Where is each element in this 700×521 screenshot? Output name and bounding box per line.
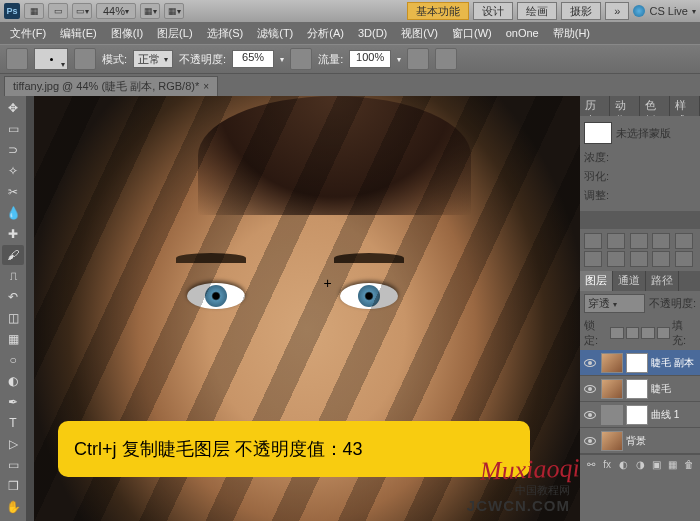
pressure-size-icon[interactable] [435, 48, 457, 70]
mask-thumbnail[interactable] [584, 122, 612, 144]
path-tool[interactable]: ▷ [2, 434, 24, 454]
mask-icon[interactable]: ◐ [617, 458, 630, 472]
bridge-button[interactable]: ▦ [24, 3, 44, 19]
layer-mask-thumbnail[interactable] [626, 405, 648, 425]
opacity-input[interactable]: 65% [232, 50, 274, 68]
extras-button[interactable]: ▦▾ [164, 3, 184, 19]
gradient-tool[interactable]: ▦ [2, 329, 24, 349]
workspace-more[interactable]: » [605, 2, 629, 20]
lock-pixels-icon[interactable] [626, 327, 640, 339]
lasso-tool[interactable]: ⊃ [2, 140, 24, 160]
workspace-tab-photography[interactable]: 摄影 [561, 2, 601, 20]
adj-button[interactable] [652, 251, 670, 267]
eraser-tool[interactable]: ◫ [2, 308, 24, 328]
layer-mask-thumbnail[interactable] [626, 353, 648, 373]
screenmode-button[interactable]: ▭▾ [72, 3, 92, 19]
adj-button[interactable] [675, 251, 693, 267]
tab-swatches[interactable]: 色板 [640, 96, 670, 116]
stamp-tool[interactable]: ⎍ [2, 266, 24, 286]
layer-thumbnail[interactable] [601, 431, 623, 451]
eyedropper-tool[interactable]: 💧 [2, 203, 24, 223]
tab-styles[interactable]: 样式 [670, 96, 700, 116]
3d-tool[interactable]: ❒ [2, 476, 24, 496]
document-tab[interactable]: tiffany.jpg @ 44% (睫毛 副本, RGB/8)* × [4, 76, 218, 96]
hand-tool[interactable]: ✋ [2, 497, 24, 517]
layer-row[interactable]: 背景 [580, 428, 700, 454]
workspace-tab-essentials[interactable]: 基本功能 [407, 2, 469, 20]
tab-layers[interactable]: 图层 [580, 271, 613, 291]
fx-icon[interactable]: fx [600, 458, 613, 472]
menu-select[interactable]: 选择(S) [201, 24, 250, 43]
airbrush-icon[interactable] [407, 48, 429, 70]
adj-button[interactable] [584, 251, 602, 267]
crop-tool[interactable]: ✂ [2, 182, 24, 202]
adj-button[interactable] [630, 251, 648, 267]
layer-thumbnail[interactable] [601, 379, 623, 399]
adj-button[interactable] [675, 233, 693, 249]
visibility-icon[interactable] [584, 359, 596, 367]
close-tab-icon[interactable]: × [203, 81, 209, 92]
menu-filter[interactable]: 滤镜(T) [251, 24, 299, 43]
adj-button[interactable] [607, 251, 625, 267]
adjustment-icon[interactable]: ◑ [633, 458, 646, 472]
arrange-button[interactable]: ▦▾ [140, 3, 160, 19]
menu-layer[interactable]: 图层(L) [151, 24, 198, 43]
healing-tool[interactable]: ✚ [2, 224, 24, 244]
visibility-icon[interactable] [584, 437, 596, 445]
workspace-tab-design[interactable]: 设计 [473, 2, 513, 20]
blur-tool[interactable]: ○ [2, 350, 24, 370]
workspace-tab-painting[interactable]: 绘画 [517, 2, 557, 20]
wand-tool[interactable]: ✧ [2, 161, 24, 181]
menu-window[interactable]: 窗口(W) [446, 24, 498, 43]
group-icon[interactable]: ▣ [650, 458, 663, 472]
layer-row[interactable]: 睫毛 [580, 376, 700, 402]
tool-preset-icon[interactable] [6, 48, 28, 70]
cslive-button[interactable]: CS Live ▾ [633, 5, 696, 17]
brush-tool[interactable]: 🖌 [2, 245, 24, 265]
minibridge-button[interactable]: ▭ [48, 3, 68, 19]
menu-onone[interactable]: onOne [500, 25, 545, 41]
layer-row[interactable]: 曲线 1 [580, 402, 700, 428]
new-layer-icon[interactable]: ▦ [666, 458, 679, 472]
layer-thumbnail[interactable] [601, 405, 623, 425]
delete-icon[interactable]: 🗑 [683, 458, 696, 472]
blend-mode-select[interactable]: 穿透 ▾ [584, 294, 645, 313]
canvas[interactable]: + Ctrl+j 复制睫毛图层 不透明度值：43 Muxiaoqi 中国教程网 … [34, 96, 580, 521]
tab-paths[interactable]: 路径 [646, 271, 679, 291]
layer-name[interactable]: 睫毛 [651, 382, 698, 396]
visibility-icon[interactable] [584, 411, 596, 419]
lock-transparency-icon[interactable] [610, 327, 624, 339]
menu-file[interactable]: 文件(F) [4, 24, 52, 43]
adj-button[interactable] [652, 233, 670, 249]
dodge-tool[interactable]: ◐ [2, 371, 24, 391]
tab-actions[interactable]: 动作 [610, 96, 640, 116]
menu-image[interactable]: 图像(I) [105, 24, 149, 43]
zoom-level[interactable]: 44% ▾ [96, 3, 136, 19]
pressure-opacity-icon[interactable] [290, 48, 312, 70]
menu-3d[interactable]: 3D(D) [352, 25, 393, 41]
layer-mask-thumbnail[interactable] [626, 379, 648, 399]
tab-history[interactable]: 历史 [580, 96, 610, 116]
link-layers-icon[interactable]: ⚯ [584, 458, 597, 472]
layer-row[interactable]: 睫毛 副本 [580, 350, 700, 376]
layer-name[interactable]: 睫毛 副本 [651, 356, 698, 370]
brush-preview[interactable]: ▾ [34, 48, 68, 70]
adj-button[interactable] [607, 233, 625, 249]
pen-tool[interactable]: ✒ [2, 392, 24, 412]
adj-button[interactable] [584, 233, 602, 249]
history-brush-tool[interactable]: ↶ [2, 287, 24, 307]
move-tool[interactable]: ✥ [2, 98, 24, 118]
shape-tool[interactable]: ▭ [2, 455, 24, 475]
adj-button[interactable] [630, 233, 648, 249]
menu-edit[interactable]: 编辑(E) [54, 24, 103, 43]
layer-name[interactable]: 背景 [626, 434, 698, 448]
menu-analysis[interactable]: 分析(A) [301, 24, 350, 43]
visibility-icon[interactable] [584, 385, 596, 393]
menu-help[interactable]: 帮助(H) [547, 24, 596, 43]
type-tool[interactable]: T [2, 413, 24, 433]
layer-name[interactable]: 曲线 1 [651, 408, 698, 422]
marquee-tool[interactable]: ▭ [2, 119, 24, 139]
layer-thumbnail[interactable] [601, 353, 623, 373]
brush-panel-toggle[interactable] [74, 48, 96, 70]
lock-position-icon[interactable] [641, 327, 655, 339]
